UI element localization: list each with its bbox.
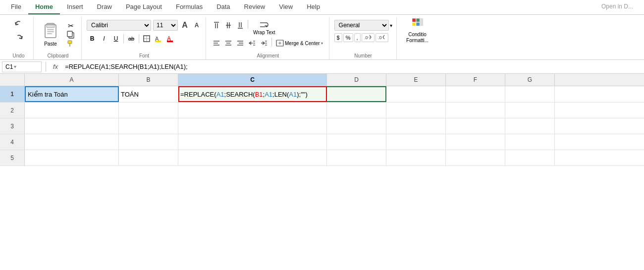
- tab-help[interactable]: Help: [300, 0, 327, 14]
- cell-b4[interactable]: [119, 134, 178, 150]
- cell-c3[interactable]: [178, 118, 327, 134]
- wrap-text-button[interactable]: Wrap Text: [250, 20, 278, 36]
- cell-d3[interactable]: [327, 118, 386, 134]
- cell-g4[interactable]: [505, 134, 555, 150]
- svg-rect-52: [416, 18, 420, 22]
- cell-a1[interactable]: Kiểm tra Toán: [25, 86, 119, 102]
- border-button[interactable]: [141, 33, 152, 44]
- cell-ref-dropdown[interactable]: ▾: [14, 64, 16, 69]
- formula-input[interactable]: [63, 61, 642, 72]
- indent-increase-button[interactable]: [259, 38, 269, 49]
- font-color-button[interactable]: A: [165, 33, 176, 44]
- indent-decrease-button[interactable]: [247, 38, 258, 49]
- underline-button[interactable]: U: [110, 33, 121, 44]
- cell-g5[interactable]: [505, 150, 555, 166]
- row-header-4[interactable]: 4: [0, 134, 25, 150]
- increase-font-size-button[interactable]: A: [180, 20, 190, 30]
- cell-a4[interactable]: [25, 134, 119, 150]
- format-painter-button[interactable]: [64, 40, 77, 48]
- align-left-button[interactable]: [211, 38, 222, 49]
- cell-g2[interactable]: [505, 103, 555, 118]
- cell-e5[interactable]: [386, 150, 446, 166]
- cell-e3[interactable]: [386, 118, 446, 134]
- cell-e4[interactable]: [386, 134, 446, 150]
- cell-c4[interactable]: [178, 134, 327, 150]
- italic-button[interactable]: I: [99, 33, 109, 44]
- merge-center-dropdown[interactable]: ▾: [321, 41, 323, 46]
- bold-button[interactable]: B: [87, 33, 98, 44]
- tab-formulas[interactable]: Formulas: [169, 0, 210, 14]
- col-header-g[interactable]: G: [505, 74, 555, 86]
- cell-c2[interactable]: [178, 103, 327, 118]
- conditional-formatting-button[interactable]: ConditioFormatti...: [403, 18, 432, 44]
- undo-button[interactable]: [12, 18, 26, 31]
- align-middle-button[interactable]: [223, 20, 234, 31]
- tab-home[interactable]: Home: [28, 0, 60, 14]
- cell-d1[interactable]: [327, 86, 386, 102]
- paste-button[interactable]: Paste: [39, 22, 62, 48]
- col-header-b[interactable]: B: [119, 74, 178, 86]
- align-bottom-button[interactable]: [235, 20, 246, 31]
- dollar-button[interactable]: $: [334, 33, 342, 42]
- cell-f1[interactable]: [446, 86, 505, 102]
- fill-color-button[interactable]: A: [153, 33, 164, 44]
- col-header-c[interactable]: C: [178, 74, 327, 86]
- col-header-f[interactable]: F: [446, 74, 505, 86]
- svg-rect-53: [412, 22, 416, 26]
- cell-c5[interactable]: [178, 150, 327, 166]
- align-center-button[interactable]: [223, 38, 234, 49]
- cut-button[interactable]: ✂: [64, 22, 77, 30]
- cell-c1[interactable]: =REPLACE(A1;SEARCH(B1;A1;LEN(A1);""): [178, 86, 327, 102]
- cell-d4[interactable]: [327, 134, 386, 150]
- tab-insert[interactable]: Insert: [60, 0, 90, 14]
- tab-review[interactable]: Review: [237, 0, 272, 14]
- cell-e2[interactable]: [386, 103, 446, 118]
- cell-a3[interactable]: [25, 118, 119, 134]
- row-header-1[interactable]: 1: [0, 86, 25, 102]
- decrease-decimal-button[interactable]: .0: [362, 33, 375, 42]
- decrease-font-size-button[interactable]: A: [192, 20, 202, 30]
- font-name-select[interactable]: Calibri: [87, 20, 151, 31]
- col-header-a[interactable]: A: [25, 74, 119, 86]
- increase-decimal-button[interactable]: .0: [376, 33, 388, 42]
- cell-f2[interactable]: [446, 103, 505, 118]
- cell-d5[interactable]: [327, 150, 386, 166]
- row-header-2[interactable]: 2: [0, 103, 25, 118]
- cell-a5[interactable]: [25, 150, 119, 166]
- font-size-select[interactable]: 11: [153, 20, 178, 31]
- col-header-d[interactable]: D: [327, 74, 386, 86]
- redo-button[interactable]: [12, 32, 26, 45]
- number-format-dropdown[interactable]: ▾: [390, 23, 392, 28]
- tab-data[interactable]: Data: [210, 0, 237, 14]
- cell-b2[interactable]: [119, 103, 178, 118]
- cell-b3[interactable]: [119, 118, 178, 134]
- tab-draw[interactable]: Draw: [90, 0, 119, 14]
- tab-open-in-desktop[interactable]: Open in D...: [594, 0, 640, 14]
- merge-center-button[interactable]: Merge & Center ▾: [274, 38, 325, 49]
- cell-b5[interactable]: [119, 150, 178, 166]
- cell-b1[interactable]: TOÁN: [119, 86, 178, 102]
- number-format-select[interactable]: General: [334, 20, 389, 31]
- cell-a2[interactable]: [25, 103, 119, 118]
- comma-button[interactable]: ,: [354, 33, 361, 42]
- row-header-5[interactable]: 5: [0, 150, 25, 165]
- cell-d2[interactable]: [327, 103, 386, 118]
- cell-f5[interactable]: [446, 150, 505, 166]
- align-top-button[interactable]: [211, 20, 222, 31]
- row-header-3[interactable]: 3: [0, 118, 25, 134]
- corner-cell[interactable]: [0, 74, 25, 86]
- copy-button[interactable]: [64, 31, 77, 39]
- cell-g1[interactable]: [505, 86, 555, 102]
- cell-e1[interactable]: [386, 86, 446, 102]
- col-header-e[interactable]: E: [386, 74, 446, 86]
- strikethrough-button[interactable]: ab: [126, 33, 137, 44]
- cell-g3[interactable]: [505, 118, 555, 134]
- cell-f4[interactable]: [446, 134, 505, 150]
- tab-view[interactable]: View: [272, 0, 300, 14]
- tab-page-layout[interactable]: Page Layout: [119, 0, 169, 14]
- align-right-button[interactable]: [235, 38, 246, 49]
- tab-file[interactable]: File: [4, 0, 28, 14]
- ribbon-content: Undo Paste ✂: [0, 15, 644, 59]
- cell-f3[interactable]: [446, 118, 505, 134]
- percent-button[interactable]: %: [343, 33, 353, 42]
